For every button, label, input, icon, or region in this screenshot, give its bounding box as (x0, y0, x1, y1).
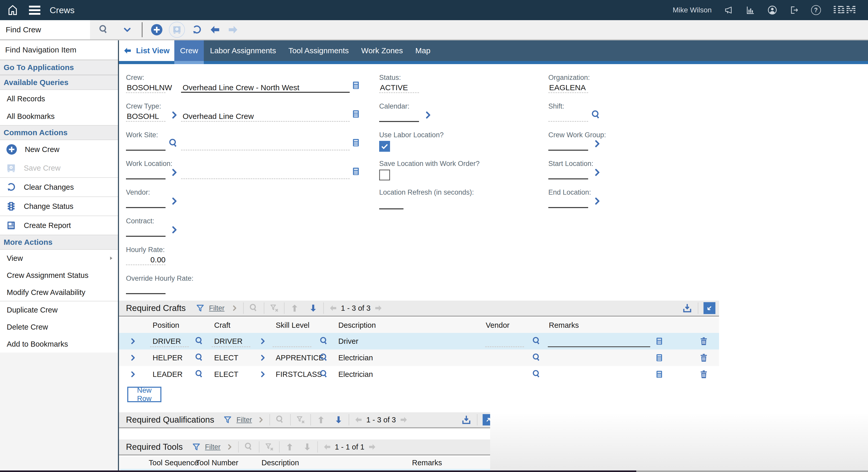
craft-detail-chevron-icon[interactable] (259, 338, 267, 345)
cell-craft[interactable]: ELECT (214, 349, 238, 366)
sidebar-item-create-report[interactable]: Create Report (0, 216, 118, 235)
crew-type-detail-chevron-icon[interactable] (170, 111, 179, 120)
user-name[interactable]: Mike Wilson (673, 6, 712, 14)
sidebar-item-all-bookmarks[interactable]: All Bookmarks (0, 107, 118, 125)
remarks-long-description-icon[interactable] (655, 352, 664, 363)
filter-icon[interactable] (223, 415, 232, 425)
find-navigation-input[interactable]: Find Navigation Item (0, 40, 118, 60)
crew-type-description[interactable]: Overhead Line Crew (183, 112, 254, 121)
remarks-input[interactable] (548, 346, 650, 347)
home-icon[interactable] (7, 4, 19, 16)
remarks-long-description-icon[interactable] (655, 369, 664, 380)
collapse-section-button[interactable] (704, 302, 715, 314)
position-search-icon[interactable] (194, 369, 204, 379)
work-site-long-description-icon[interactable] (351, 137, 361, 148)
shift-input[interactable] (548, 121, 588, 122)
menu-icon[interactable] (29, 6, 40, 15)
sidebar-item-add-to-bookmarks[interactable]: Add to Bookmarks (0, 336, 118, 352)
crew-long-description-icon[interactable] (351, 79, 361, 91)
filter-link[interactable]: Filter (237, 416, 252, 424)
tab-crew[interactable]: Crew (174, 40, 204, 61)
vendor-search-icon[interactable] (532, 336, 541, 346)
previous-record-icon[interactable] (209, 24, 221, 35)
tab-labor-assignments[interactable]: Labor Assignments (204, 40, 282, 61)
cell-description[interactable]: Driver (338, 333, 358, 349)
filter-link[interactable]: Filter (205, 443, 221, 451)
end-location-detail-chevron-icon[interactable] (593, 197, 601, 205)
cell-description[interactable]: Electrician (338, 366, 373, 382)
cell-description[interactable]: Electrician (338, 349, 373, 366)
crew-value[interactable]: BOSOHLNW (127, 83, 172, 92)
remarks-long-description-icon[interactable] (655, 336, 664, 347)
sidebar-item-clear-changes[interactable]: Clear Changes (0, 178, 118, 197)
crew-work-group-detail-chevron-icon[interactable] (593, 139, 601, 148)
filter-expand-chevron-icon[interactable] (226, 444, 233, 450)
tab-work-zones[interactable]: Work Zones (355, 40, 409, 61)
cell-position[interactable]: HELPER (153, 349, 183, 366)
delete-row-icon[interactable] (699, 369, 709, 379)
filter-expand-chevron-icon[interactable] (258, 416, 264, 423)
position-search-icon[interactable] (194, 336, 204, 346)
vendor-input[interactable] (126, 207, 165, 208)
find-crew-input[interactable]: Find Crew (0, 20, 90, 39)
row-detail-chevron-icon[interactable] (129, 354, 136, 361)
shift-search-icon[interactable] (591, 110, 601, 121)
sidebar-item-delete-crew[interactable]: Delete Crew (0, 318, 118, 336)
download-icon[interactable] (682, 303, 693, 313)
sidebar-item-new-crew[interactable]: New Crew (0, 140, 118, 159)
chevron-down-icon[interactable] (123, 26, 131, 34)
work-site-input[interactable] (126, 150, 165, 151)
crew-type-long-description-icon[interactable] (351, 108, 361, 120)
table-row[interactable]: DRIVER DRIVER Driver (119, 333, 719, 349)
skill-search-icon[interactable] (319, 353, 329, 363)
craft-detail-chevron-icon[interactable] (259, 371, 267, 378)
calendar-detail-chevron-icon[interactable] (424, 111, 432, 120)
next-row-icon[interactable] (308, 303, 318, 313)
position-search-icon[interactable] (194, 353, 204, 363)
contract-detail-chevron-icon[interactable] (170, 226, 179, 234)
sidebar-item-all-records[interactable]: All Records (0, 90, 118, 107)
delete-row-icon[interactable] (699, 352, 709, 363)
download-icon[interactable] (461, 414, 472, 425)
cell-skill[interactable]: APPRENTICE (276, 349, 323, 366)
filter-icon[interactable] (192, 442, 201, 451)
contract-input[interactable] (126, 236, 165, 237)
crew-work-group-input[interactable] (548, 150, 588, 151)
row-detail-chevron-icon[interactable] (129, 371, 136, 378)
location-refresh-input[interactable] (379, 208, 403, 209)
hourly-rate-value[interactable]: 0.00 (126, 256, 165, 264)
start-location-detail-chevron-icon[interactable] (593, 168, 601, 177)
calendar-input[interactable] (379, 121, 419, 122)
skill-search-icon[interactable] (319, 369, 329, 379)
new-record-icon[interactable] (150, 23, 163, 36)
start-location-input[interactable] (548, 178, 588, 179)
filter-expand-chevron-icon[interactable] (231, 305, 238, 311)
announcements-icon[interactable] (724, 5, 734, 15)
clear-changes-icon[interactable] (191, 24, 203, 35)
bottom-scrollbar-track[interactable] (636, 470, 868, 472)
profile-icon[interactable] (767, 5, 777, 15)
sidebar-item-change-status[interactable]: Change Status (0, 197, 118, 215)
use-labor-location-checkbox[interactable] (379, 141, 390, 152)
bottom-scrollbar-thumb[interactable] (0, 470, 636, 472)
work-location-long-description-icon[interactable] (351, 166, 361, 177)
crew-description-input[interactable]: Overhead Line Crew - North West (183, 83, 299, 92)
table-row[interactable]: HELPER ELECT APPRENTICE Electrician (119, 349, 719, 366)
work-site-search-icon[interactable] (168, 138, 179, 149)
craft-detail-chevron-icon[interactable] (259, 354, 267, 361)
delete-row-icon[interactable] (699, 336, 709, 346)
row-detail-chevron-icon[interactable] (129, 338, 136, 345)
new-row-button[interactable]: New Row (127, 387, 161, 402)
sidebar-item-crew-assignment-status[interactable]: Crew Assignment Status (0, 267, 118, 284)
reports-icon[interactable] (745, 5, 755, 15)
filter-icon[interactable] (195, 303, 205, 313)
sidebar-item-modify-crew-availability[interactable]: Modify Crew Availability (0, 284, 118, 301)
search-icon[interactable] (98, 24, 109, 35)
end-location-input[interactable] (548, 207, 588, 208)
help-icon[interactable]: ? (811, 5, 821, 15)
cell-skill[interactable]: FIRSTCLASS (276, 366, 322, 382)
tab-tool-assignments[interactable]: Tool Assignments (282, 40, 355, 61)
override-hourly-rate-input[interactable] (126, 293, 165, 294)
tab-map[interactable]: Map (409, 40, 437, 61)
work-location-detail-chevron-icon[interactable] (170, 168, 179, 177)
